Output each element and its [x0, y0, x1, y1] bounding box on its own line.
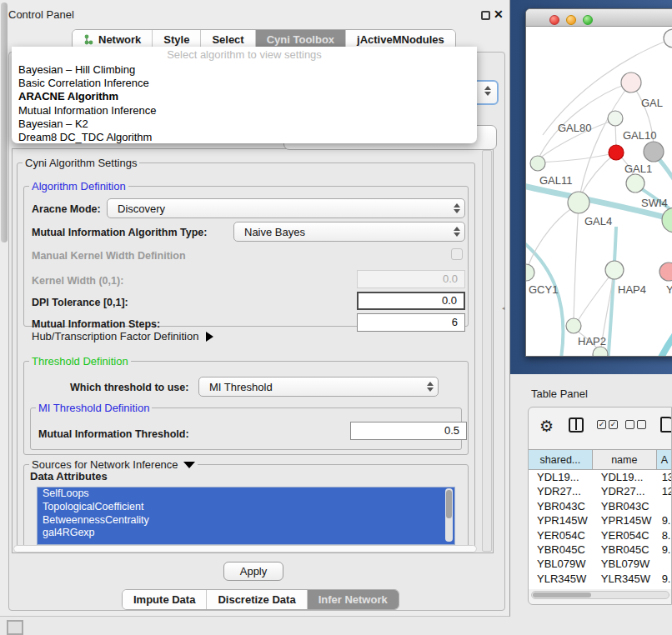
network-edge[interactable]: [608, 227, 616, 357]
table-horizontal-scrollbar[interactable]: [531, 591, 669, 599]
manual-kernel-checkbox[interactable]: [451, 248, 463, 260]
collapse-arrow-icon[interactable]: [183, 462, 195, 468]
network-node[interactable]: [609, 145, 624, 160]
network-node[interactable]: [605, 261, 624, 279]
network-node[interactable]: [568, 192, 589, 213]
algorithm-option[interactable]: Mutual Information Inference: [12, 104, 477, 118]
which-threshold-label: Which threshold to use:: [70, 382, 188, 393]
kernel-width-field[interactable]: 0.0: [357, 270, 465, 288]
network-canvas[interactable]: GAL80GAL10GALGAL11GAL1SWI4GAL4GCY1HAP4YH…: [526, 27, 672, 357]
tab-infer-network[interactable]: Infer Network: [307, 590, 399, 609]
table-cell: YDL19...: [593, 470, 657, 484]
gear-icon[interactable]: ⚙: [539, 417, 554, 436]
table-cell: YPR145W: [593, 513, 657, 528]
table-row[interactable]: YLR345WYLR345W9.: [529, 572, 672, 586]
algorithm-option[interactable]: Bayesian – Hill Climbing: [12, 63, 477, 77]
list-scrollbar-thumb[interactable]: [446, 490, 452, 518]
close-icon[interactable]: ✕: [494, 8, 504, 21]
window-titlebar[interactable]: [526, 9, 672, 27]
stepper-icon: [423, 382, 438, 392]
mi-threshold-field[interactable]: 0.5: [350, 422, 467, 440]
selected-value: MI Threshold: [199, 381, 423, 393]
network-edge[interactable]: [574, 204, 579, 320]
table-row[interactable]: YBL079WYBL079W: [529, 557, 672, 571]
group-title: Cyni Algorithm Settings: [23, 157, 139, 169]
algorithm-option[interactable]: ARACNE Algorithm: [12, 90, 477, 103]
scrollbar-thumb[interactable]: [1, 2, 8, 242]
column-header[interactable]: name: [593, 450, 657, 469]
table-row[interactable]: YER054CYER054C8.: [529, 528, 672, 542]
network-edge[interactable]: [658, 289, 672, 357]
tab-label: jActiveMNodules: [357, 33, 444, 46]
network-edge[interactable]: [543, 38, 672, 135]
table-row[interactable]: YPR145WYPR145W9.: [529, 513, 672, 528]
network-node[interactable]: [621, 72, 641, 92]
table-cell: [657, 557, 672, 571]
network-node[interactable]: [593, 347, 608, 357]
attribute-item[interactable]: SelfLoops: [38, 488, 454, 501]
selected-value: Discovery: [108, 202, 449, 215]
table-scrollbar-thumb[interactable]: [533, 592, 591, 598]
table-row[interactable]: YBR043CYBR043C: [529, 499, 672, 513]
table-cell: YBR043C: [593, 499, 657, 513]
panel-title: Control Panel: [8, 8, 74, 21]
network-node[interactable]: [644, 142, 664, 162]
zoom-traffic-light-icon[interactable]: [583, 15, 593, 25]
columns-icon[interactable]: [569, 418, 584, 432]
mi-type-select[interactable]: Naive Bayes: [233, 222, 465, 242]
float-window-icon[interactable]: [481, 11, 490, 20]
table-cell: YIL052C: [529, 586, 593, 589]
select-all-columns-icon[interactable]: ✓✓: [597, 420, 618, 429]
network-node[interactable]: [664, 29, 672, 48]
splitter-handle[interactable]: ◂: [502, 305, 506, 311]
dpi-tolerance-field[interactable]: 0.0: [357, 292, 465, 310]
network-node[interactable]: [566, 318, 581, 333]
network-view-window[interactable]: GAL80GAL10GALGAL11GAL1SWI4GAL4GCY1HAP4YH…: [525, 8, 672, 357]
close-traffic-light-icon[interactable]: [549, 15, 559, 25]
hub-definition-expander[interactable]: Hub/Transcription Factor Definition: [32, 330, 213, 342]
attribute-item[interactable]: TopologicalCoefficient: [38, 501, 454, 514]
table-body: YDL19...YDL19...13YDR27...YDR27...12YBR0…: [529, 470, 672, 589]
data-attributes-list[interactable]: SelfLoopsTopologicalCoefficientBetweenne…: [37, 487, 455, 545]
network-graph: GAL80GAL10GALGAL11GAL1SWI4GAL4GCY1HAP4YH…: [526, 27, 672, 357]
table-row[interactable]: YBR045CYBR045C9.: [529, 542, 672, 557]
tab-label: Infer Network: [318, 593, 388, 606]
tab-label: Style: [163, 33, 189, 46]
network-edge[interactable]: [580, 152, 616, 196]
algorithm-option[interactable]: Dream8 DC_TDC Algorithm: [12, 131, 477, 144]
export-table-icon[interactable]: [660, 417, 672, 432]
minimize-traffic-light-icon[interactable]: [566, 15, 576, 25]
table-cell: 13: [657, 470, 672, 484]
table-row[interactable]: YIL052CYIL052C9: [529, 586, 672, 589]
network-node[interactable]: [526, 264, 534, 281]
which-threshold-select[interactable]: MI Threshold: [198, 377, 439, 397]
table-row[interactable]: YDL19...YDL19...13: [529, 470, 672, 484]
aracne-mode-select[interactable]: Discovery: [107, 198, 465, 218]
table-row[interactable]: YDR27...YDR27...12: [529, 484, 672, 498]
tab-discretize-data[interactable]: Discretize Data: [206, 590, 306, 609]
vertical-scrollbar[interactable]: [482, 150, 492, 552]
tab-impute-data[interactable]: Impute Data: [123, 590, 206, 609]
column-header[interactable]: A: [657, 450, 672, 469]
algorithm-option[interactable]: Basic Correlation Inference: [12, 77, 477, 90]
algorithm-option[interactable]: Bayesian – K2: [12, 118, 477, 131]
table-cell: YBR045C: [529, 542, 593, 557]
application-window: Control Panel ✕ NetworkStyleSelectCyni T…: [0, 0, 672, 635]
table-header-row: shared...nameA: [529, 450, 672, 470]
tab-label: Impute Data: [133, 593, 195, 606]
apply-button[interactable]: Apply: [223, 562, 283, 581]
network-node[interactable]: [530, 156, 545, 171]
column-header[interactable]: shared...: [529, 450, 593, 469]
panel-dock-icon[interactable]: [7, 620, 23, 635]
network-node[interactable]: [659, 262, 672, 281]
network-node[interactable]: [626, 174, 644, 192]
network-edge[interactable]: [528, 204, 579, 267]
attribute-item[interactable]: BetweennessCentrality: [38, 514, 454, 528]
horizontal-scrollbar[interactable]: [13, 545, 477, 552]
attribute-item[interactable]: gal4RGexp: [38, 527, 454, 540]
deselect-all-columns-icon[interactable]: [625, 420, 646, 429]
network-edge[interactable]: [539, 152, 616, 162]
network-node[interactable]: [608, 111, 623, 126]
network-node[interactable]: [662, 208, 672, 232]
mi-steps-field[interactable]: 6: [357, 313, 465, 332]
